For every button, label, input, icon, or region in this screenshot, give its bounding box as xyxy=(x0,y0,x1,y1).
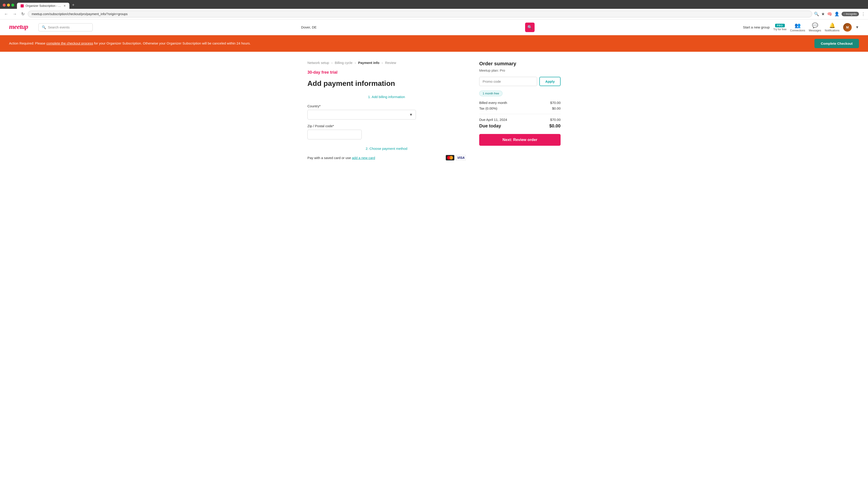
due-date-label: Due April 11, 2024 xyxy=(479,118,507,122)
address-bar[interactable] xyxy=(28,11,812,18)
due-today-label: Due today xyxy=(479,123,501,129)
refresh-button[interactable]: ↻ xyxy=(20,11,26,18)
connections-label: Connections xyxy=(790,29,805,32)
visa-icon: VISA xyxy=(456,155,466,160)
complete-checkout-button[interactable]: Complete Checkout xyxy=(814,39,859,48)
tax-row: Tax (0.00%) $0.00 xyxy=(479,106,561,110)
notifications-label: Notifications xyxy=(825,29,839,32)
back-button[interactable]: ← xyxy=(3,11,9,18)
order-summary: Order summary Meetup plan: Pro Apply 1 m… xyxy=(479,61,561,146)
pro-try-label: Try for free xyxy=(773,28,786,31)
checkout-link[interactable]: complete the checkout process xyxy=(46,41,93,45)
browser-search-icon[interactable]: 🔍 xyxy=(814,11,819,17)
breadcrumb-network-setup[interactable]: Network setup xyxy=(307,61,329,65)
free-month-badge: 1 month free xyxy=(479,91,502,96)
add-new-card-link[interactable]: add a new card xyxy=(352,156,375,160)
page-title: Add payment information xyxy=(307,79,466,88)
due-date-row: Due April 11, 2024 $70.00 xyxy=(479,118,561,122)
incognito-icon: 🉖 xyxy=(844,12,845,15)
country-field-group: Country* United States United Kingdom Ca… xyxy=(307,104,466,120)
free-badge-wrapper: 1 month free xyxy=(479,91,561,101)
banner-text: Action Required: Please complete the che… xyxy=(9,41,251,46)
breadcrumb-sep-2: › xyxy=(355,61,356,65)
right-panel: Order summary Meetup plan: Pro Apply 1 m… xyxy=(479,61,561,162)
search-button[interactable]: 🔍 xyxy=(525,23,535,32)
messages-icon: 💬 xyxy=(812,23,818,29)
payment-method-row: Pay with a saved card or use add a new c… xyxy=(307,155,466,160)
action-banner: Action Required: Please complete the che… xyxy=(0,35,868,52)
breadcrumb-billing-cycle[interactable]: Billing cycle xyxy=(335,61,352,65)
mastercard-icon xyxy=(446,155,454,160)
connections-button[interactable]: 👥 Connections xyxy=(790,23,805,32)
promo-row: Apply xyxy=(479,77,561,86)
billed-amount: $70.00 xyxy=(550,101,561,105)
form-section-2-label: 2. Choose payment method xyxy=(307,147,466,151)
breadcrumb-review[interactable]: Review xyxy=(385,61,396,65)
left-panel: Network setup › Billing cycle › Payment … xyxy=(307,61,466,162)
order-summary-title: Order summary xyxy=(479,61,561,67)
search-placeholder: Search events xyxy=(48,25,70,29)
tab-title: Organizer Subscription - Paym… xyxy=(26,4,62,7)
new-tab-button[interactable]: + xyxy=(70,1,77,9)
plan-name: Meetup plan: Pro xyxy=(479,68,561,72)
due-today-row: Due today $0.00 xyxy=(479,123,561,129)
notifications-icon: 🔔 xyxy=(829,23,835,29)
bookmark-icon[interactable]: ★ xyxy=(821,11,825,17)
country-select[interactable]: United States United Kingdom Canada xyxy=(307,110,416,120)
next-review-button[interactable]: Next: Review order xyxy=(479,134,561,146)
meetup-logo[interactable]: meetup xyxy=(9,22,34,32)
tax-label: Tax (0.00%) xyxy=(479,106,497,110)
incognito-badge: 🉖 Incognito xyxy=(842,12,859,16)
profile-icon[interactable]: 👤 xyxy=(834,11,839,17)
search-bar[interactable]: 🔍 Search events xyxy=(38,23,93,31)
window-minimize[interactable] xyxy=(7,4,10,6)
breadcrumb: Network setup › Billing cycle › Payment … xyxy=(307,61,466,65)
window-maximize[interactable] xyxy=(11,4,14,6)
site-header: meetup 🔍 Search events Dover, DE 🔍 Start… xyxy=(0,20,868,35)
due-date-amount: $70.00 xyxy=(550,118,561,122)
country-select-wrapper: United States United Kingdom Canada ▼ xyxy=(307,110,416,120)
price-divider xyxy=(479,114,561,114)
card-icons: VISA xyxy=(446,155,466,160)
notifications-button[interactable]: 🔔 Notifications xyxy=(825,23,839,32)
breadcrumb-payment-info[interactable]: Payment info xyxy=(358,61,379,65)
forward-button[interactable]: → xyxy=(11,11,18,18)
messages-button[interactable]: 💬 Messages xyxy=(809,23,821,32)
window-close[interactable] xyxy=(3,4,6,6)
breadcrumb-sep-1: › xyxy=(331,61,333,65)
messages-label: Messages xyxy=(809,29,821,32)
header-right: Start a new group PRO Try for free 👥 Con… xyxy=(743,23,859,32)
zip-input[interactable] xyxy=(307,130,362,139)
menu-icon[interactable]: ⋮ xyxy=(861,11,865,17)
connections-icon: 👥 xyxy=(795,23,801,29)
svg-text:VISA: VISA xyxy=(457,156,465,160)
billed-monthly-row: Billed every month $70.00 xyxy=(479,101,561,105)
avatar-chevron-icon[interactable]: ▼ xyxy=(855,25,859,29)
pro-try-button[interactable]: PRO Try for free xyxy=(773,24,786,31)
start-group-button[interactable]: Start a new group xyxy=(743,25,770,29)
apply-button[interactable]: Apply xyxy=(539,77,561,86)
browser-chrome: Organizer Subscription - Paym… ✕ + xyxy=(0,0,868,9)
free-trial-label: 30-day free trial xyxy=(307,70,466,75)
breadcrumb-sep-3: › xyxy=(381,61,383,65)
location-display: Dover, DE xyxy=(301,25,316,29)
promo-code-input[interactable] xyxy=(479,77,537,86)
browser-tab-active[interactable]: Organizer Subscription - Paym… ✕ xyxy=(17,3,69,9)
zip-label: Zip / Postal code* xyxy=(307,124,466,128)
form-section-1-label: 1. Add billing information xyxy=(307,95,466,99)
billed-label: Billed every month xyxy=(479,101,507,105)
tab-close-icon[interactable]: ✕ xyxy=(64,4,66,7)
payment-saved-text: Pay with a saved card or use add a new c… xyxy=(307,156,375,160)
avatar[interactable]: M xyxy=(843,23,852,32)
due-today-amount: $0.00 xyxy=(549,123,561,129)
extensions-icon[interactable]: 🧠 xyxy=(827,11,832,17)
search-icon: 🔍 xyxy=(42,25,46,29)
pro-badge: PRO xyxy=(775,24,785,27)
zip-field-group: Zip / Postal code* xyxy=(307,124,466,139)
main-content: Network setup › Billing cycle › Payment … xyxy=(298,52,569,171)
tax-amount: $0.00 xyxy=(552,106,561,110)
country-label: Country* xyxy=(307,104,466,108)
svg-text:meetup: meetup xyxy=(9,23,28,30)
